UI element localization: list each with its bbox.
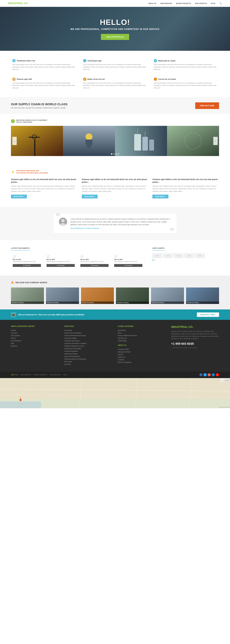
works-fire-icon: 🔥 — [11, 281, 14, 284]
search-icon[interactable]: 🔍 — [220, 2, 222, 4]
facebook-icon[interactable]: f — [199, 373, 203, 376]
see-portfolio-button[interactable]: SEE PORTFOLIO — [101, 34, 129, 40]
linkedin-icon[interactable]: in — [212, 373, 215, 376]
work-item-1[interactable]: IPSUM FACTORIAL — [11, 288, 44, 304]
work-item-6[interactable]: IPSUM FACTORIAL — [186, 288, 219, 304]
footer-link-energy[interactable]: Energy and Commodities — [64, 348, 81, 350]
twitter-icon[interactable]: t — [204, 373, 207, 376]
map-section: Map data ©2014 Google MapSatellite — [0, 378, 230, 408]
footer-link-blog[interactable]: Blog — [11, 342, 14, 344]
bottom-nav-services[interactable]: NEW SERVICES — [21, 374, 31, 376]
feature-text-5: Sed ut perspiciatis unde omnis iste natu… — [83, 82, 147, 89]
slider-dot-2[interactable] — [113, 153, 115, 155]
feature-4: 📊Rvamus eget nibh Sed ut perspiciatis un… — [11, 76, 78, 90]
footer-link-articles[interactable]: Articles — [11, 330, 16, 331]
slider-dot-1[interactable] — [111, 153, 113, 155]
bottom-nav-projects[interactable]: RECENT PROJECTS — [34, 374, 47, 376]
work-item-2[interactable]: IPSUM FACTORIAL — [46, 288, 79, 304]
footer-link-china[interactable]: China — [118, 332, 122, 334]
hero-title: HELLO! — [71, 18, 160, 26]
company-works-title: SEE HOW OUR COMPANY WORKS — [15, 282, 47, 284]
find-out-how-button[interactable]: FIND OUT HOW — [195, 102, 219, 109]
solution-card-1: Vivamus eget nibhm cu leo vel metusulia … — [11, 178, 78, 198]
logo[interactable]: INDUSTRIAL CO. — [8, 2, 28, 5]
google-plus-icon[interactable]: g+ — [208, 373, 211, 376]
footer-link-ethics[interactable]: Ethics & Compliance — [118, 362, 132, 363]
doc-title-4: Interim Report at September 30, 2013 — [114, 261, 142, 263]
feature-2: 🔧Scelerisque eget Sed ut perspiciatis un… — [82, 58, 148, 72]
doc-title-2: Interim Report at September 30, 2013 — [47, 261, 75, 263]
solutions-header-text: WE PROVIDE INNOVATIVE AND COST-EFFECTIVE… — [16, 170, 48, 174]
footer-link-insurance[interactable]: Insurance Liability — [64, 337, 76, 339]
footer-about-title: ABOUT US — [118, 344, 166, 346]
footer-link-asia[interactable]: Asia Pacific — [118, 330, 125, 331]
footer-grid: NEWS & RESOURCE CENTER Articles Accounts… — [11, 325, 219, 366]
list-item: Antitrust and Competition — [64, 332, 112, 334]
download-button-3[interactable]: ⬇ Download — [80, 264, 109, 267]
slider-dot-4[interactable] — [117, 153, 119, 155]
footer-link-company-profile[interactable]: Company Profile — [118, 348, 129, 350]
footer-link-research[interactable]: Research — [11, 345, 17, 347]
footer-link-corporate-gov[interactable]: Corporate Governance — [64, 340, 80, 342]
docs-section: LATEST DOCUMENTS 📄 Nov 14, 2013 Interim … — [11, 247, 144, 269]
download-button-4[interactable]: ⬇ Download — [114, 264, 142, 267]
industry-icon: ℹ — [11, 119, 15, 123]
nav-projects[interactable]: RECENT PROJECTS — [176, 2, 191, 4]
footer-link-press[interactable]: Press Releases — [11, 340, 21, 342]
footer-link-events[interactable]: Events — [11, 337, 16, 339]
footer-link-pharma[interactable]: Pharmaceuticals and Healthcare — [64, 358, 86, 360]
footer-link-securities[interactable]: Securities — [64, 363, 71, 365]
feature-title-5: Etiam cursus leo vel — [88, 78, 105, 80]
footer-link-us[interactable]: United States — [118, 340, 127, 342]
footer-link-employee[interactable]: Employee Retirement Income — [64, 345, 84, 347]
slider-prev-button[interactable]: ‹ — [12, 137, 17, 145]
footer-link-financial-inst[interactable]: Financial Institutions — [64, 350, 78, 352]
download-button-1[interactable]: ⬇ Download — [13, 264, 41, 267]
youtube-icon[interactable]: ▶ — [216, 373, 219, 376]
solution-title-2: Vivamus eget nibhm cu leo vel metusulia … — [82, 178, 148, 184]
footer-practices-col: PRACTICES Accounting Antitrust and Compe… — [64, 325, 112, 366]
footer-link-realestate[interactable]: Real Estate — [64, 361, 72, 362]
client-dot-2[interactable] — [154, 260, 155, 260]
read-more-button-3[interactable]: Read more » — [152, 194, 168, 198]
bottom-nav-blog[interactable]: BLOG — [64, 374, 67, 376]
footer-link-accounts[interactable]: Accounts — [11, 332, 17, 334]
work-item-3[interactable]: IPSUM FACTORIAL — [81, 288, 114, 304]
nav-about[interactable]: ABOUT US — [148, 2, 156, 4]
read-more-button-2[interactable]: Read more » — [82, 194, 98, 198]
client-logo-1: LOGO — [152, 253, 162, 258]
footer-link-careers[interactable]: Careers — [118, 354, 123, 355]
testimonial-text-content: Lorem factorat non depasit quet prs qui … — [71, 218, 171, 229]
solutions-header: ⚡ WE PROVIDE INNOVATIVE AND COST-EFFECTI… — [11, 170, 219, 174]
doc-title-3: Interim Report at September 30, 2013 — [80, 261, 109, 263]
work-item-5[interactable]: IPSUM FACTORIAL — [151, 288, 184, 304]
read-more-button-1[interactable]: Read more » — [11, 194, 27, 198]
footer-link-corporate-trans[interactable]: Corporate Transaction / Litigation — [64, 342, 87, 344]
client-logo-5: LOGO — [195, 253, 205, 258]
slider-dot-3[interactable] — [115, 153, 117, 155]
bottom-nav-contacts[interactable]: OUR CONTACTS — [50, 374, 61, 376]
footer-link-europe[interactable]: Europe, Middle East & Africa — [118, 335, 137, 336]
nav-services[interactable]: NEW SERVICES — [160, 2, 172, 4]
footer-link-contact[interactable]: Contact Us — [118, 356, 125, 358]
svg-text:LOGO: LOGO — [188, 255, 191, 256]
client-dot-1[interactable] — [152, 260, 153, 260]
footer-link-locations[interactable]: Locations — [118, 359, 124, 360]
footer-link-antitrust[interactable]: Antitrust and Competition — [64, 332, 81, 334]
footer-link-labor[interactable]: Labor and Employment — [64, 356, 80, 357]
footer-link-latam[interactable]: Latin America — [118, 337, 127, 339]
nav-blog[interactable]: BLOG — [211, 2, 215, 4]
search-jobs-button[interactable]: Search all jobs » — [197, 312, 219, 317]
work-item-4[interactable]: IPSUM FACTORIAL — [116, 288, 149, 304]
footer-link-accounting[interactable]: Accounting — [64, 330, 72, 331]
footer-link-casestudies[interactable]: Case Studies — [11, 335, 20, 336]
bottom-nav-about[interactable]: ABOUT US — [11, 374, 18, 376]
download-button-2[interactable]: ⬇ Download — [47, 264, 75, 267]
footer-global-title: GLOBAL NETWORK — [118, 325, 166, 327]
slider-next-button[interactable]: › — [213, 137, 218, 145]
footer-link-ip[interactable]: Intellectual Property — [64, 353, 78, 354]
footer-link-management[interactable]: Management Team — [118, 351, 131, 353]
nav-contacts[interactable]: OUR CONTACTS — [195, 2, 207, 4]
testimonial-box: “ Lorem factorat non depasit quet prs qu… — [53, 214, 177, 234]
footer-link-financial[interactable]: Financial Deficiencies/Licensing — [64, 335, 86, 336]
